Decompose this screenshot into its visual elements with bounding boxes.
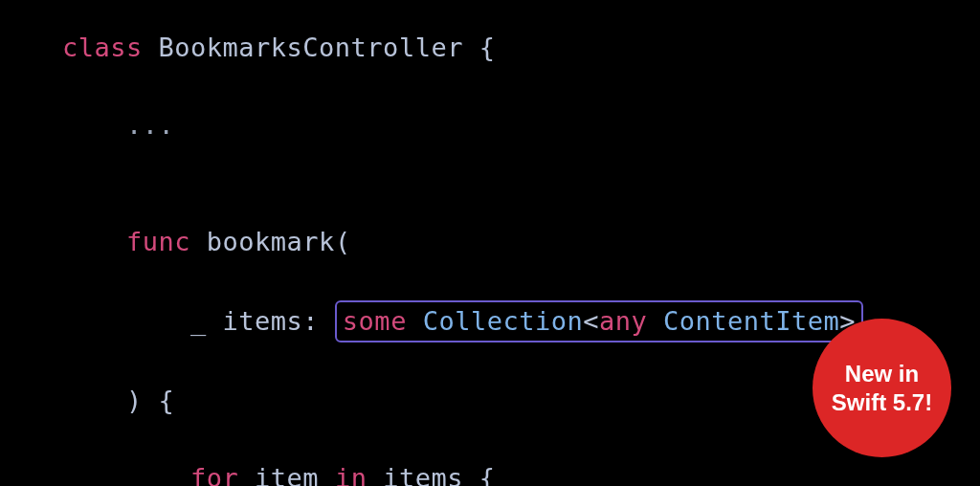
highlighted-type-box: some Collection<any ContentItem> xyxy=(335,300,863,343)
item-var: item xyxy=(255,463,319,487)
keyword-for: for xyxy=(190,463,238,487)
keyword-func: func xyxy=(126,227,190,256)
keyword-any: any xyxy=(599,306,647,336)
keyword-in: in xyxy=(335,463,368,487)
keyword-class: class xyxy=(62,33,143,62)
brace: { xyxy=(479,33,496,62)
paren-open: ( xyxy=(335,227,351,256)
items-var: items xyxy=(383,463,463,487)
keyword-some: some xyxy=(343,306,407,336)
angle-open: < xyxy=(583,306,599,336)
badge-line1: New in xyxy=(845,360,919,388)
paren-close-brace: ) { xyxy=(126,386,174,415)
brace: { xyxy=(479,463,496,487)
class-name: BookmarksController xyxy=(159,33,463,62)
ellipsis: ... xyxy=(126,110,174,140)
type-contentitem: ContentItem xyxy=(663,306,839,336)
code-block: class BookmarksController { ... func boo… xyxy=(62,29,918,486)
badge-line2: Swift 5.7! xyxy=(832,388,932,417)
new-feature-badge: New in Swift 5.7! xyxy=(813,319,951,457)
type-collection: Collection xyxy=(423,306,584,336)
func-name: bookmark xyxy=(207,227,335,256)
param-prefix: _ items: xyxy=(190,306,335,336)
